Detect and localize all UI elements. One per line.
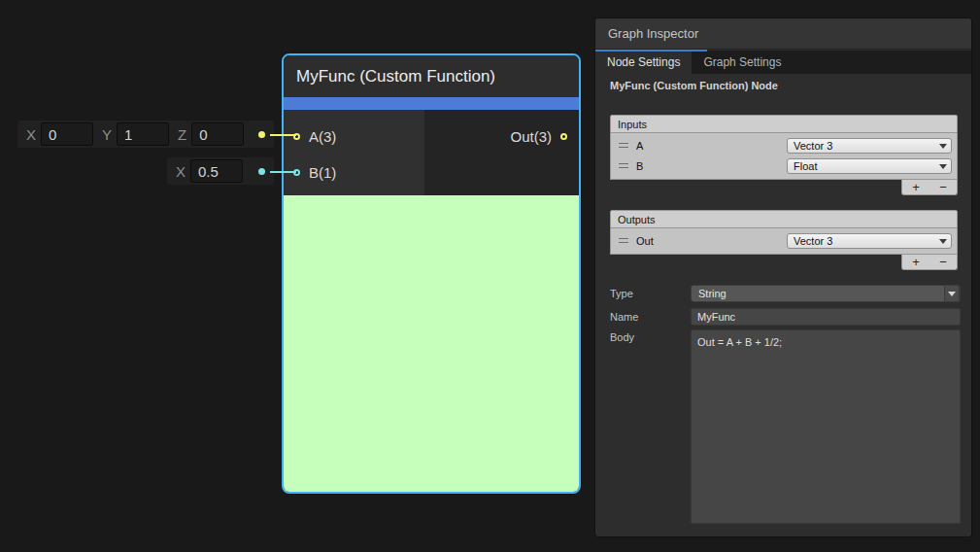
name-row: Name MyFunc [610, 308, 961, 326]
outputs-list-footer: + − [901, 255, 958, 270]
tab-node-settings[interactable]: Node Settings [595, 51, 692, 74]
output-port-out[interactable]: Out(3) [424, 119, 579, 155]
list-item[interactable]: A Vector 3 [613, 135, 955, 155]
outputs-list-header: Outputs [610, 210, 958, 228]
node-preview-area [284, 195, 579, 492]
vector3-port-input-widget: X 0 Y 1 Z 0 [17, 121, 274, 148]
inputs-list-header: Inputs [610, 115, 958, 133]
port-out-circle-icon[interactable] [560, 133, 567, 140]
graph-inspector-title: Graph Inspector [608, 26, 698, 41]
inputs-list-footer: + − [901, 180, 958, 195]
input-b-type-dropdown[interactable]: Float [787, 158, 952, 174]
add-output-button[interactable]: + [902, 255, 929, 269]
input-a-type-dropdown[interactable]: Vector 3 [787, 138, 952, 154]
port-b-label: B(1) [309, 164, 336, 181]
graph-inspector-titlebar[interactable]: Graph Inspector [595, 18, 971, 50]
node-title: MyFunc (Custom Function) [296, 67, 495, 86]
drag-handle-icon[interactable] [619, 143, 628, 148]
port-out-label: Out(3) [510, 128, 552, 145]
input-name: B [636, 160, 643, 172]
outputs-list: Outputs Out Vector 3 + − [610, 210, 958, 270]
vector3-x-field[interactable]: 0 [41, 122, 93, 146]
type-dropdown[interactable]: String [691, 285, 961, 302]
type-value: String [698, 288, 727, 299]
axis-label-x: X [176, 163, 186, 180]
dropdown-button[interactable] [944, 285, 960, 302]
drag-handle-icon[interactable] [619, 163, 628, 168]
input-port-a[interactable]: A(3) [284, 119, 424, 155]
list-item[interactable]: B Float [613, 155, 955, 176]
axis-label-y: Y [102, 126, 112, 143]
inputs-list: Inputs A Vector 3 B Float [610, 115, 958, 195]
float-port-input-widget: X 0.5 [167, 157, 274, 185]
inspector-tab-bar: Node Settings Graph Settings [595, 51, 971, 74]
remove-output-button[interactable]: − [929, 255, 957, 269]
port-a-label: A(3) [309, 128, 336, 145]
float-connector-dot-icon [258, 168, 265, 175]
chevron-down-icon [939, 164, 947, 169]
node-title-bar[interactable]: MyFunc (Custom Function) [284, 55, 579, 97]
inputs-list-body: A Vector 3 B Float [610, 133, 958, 180]
tab-graph-settings[interactable]: Graph Settings [692, 51, 793, 74]
drag-handle-icon[interactable] [619, 238, 628, 243]
graph-inspector-panel: Graph Inspector Node Settings Graph Sett… [594, 17, 972, 537]
float-x-field[interactable]: 0.5 [190, 159, 243, 183]
body-textarea[interactable]: Out = A + B + 1/2; [691, 329, 961, 524]
axis-label-x: X [26, 126, 36, 143]
vector3-y-field[interactable]: 1 [117, 122, 169, 146]
node-input-ports: A(3) B(1) [284, 110, 424, 195]
output-out-type-dropdown[interactable]: Vector 3 [787, 233, 952, 249]
type-label: Type [610, 288, 691, 299]
output-name: Out [636, 235, 654, 247]
remove-input-button[interactable]: − [929, 180, 957, 194]
input-a-type-value: Vector 3 [794, 140, 832, 152]
shader-graph-canvas[interactable]: X 0 Y 1 Z 0 X 0.5 MyFunc (Custom Functio… [0, 0, 980, 552]
input-b-type-value: Float [794, 160, 817, 172]
chevron-down-icon [948, 292, 956, 296]
node-accent-bar [284, 97, 579, 110]
wire-vector3-to-a[interactable] [270, 134, 296, 136]
name-field[interactable]: MyFunc [691, 308, 961, 326]
wire-float-to-b[interactable] [270, 171, 296, 173]
node-ports-section: A(3) B(1) Out(3) [284, 110, 579, 195]
custom-function-node[interactable]: MyFunc (Custom Function) A(3) B(1) Out(3… [282, 53, 581, 494]
input-name: A [636, 140, 643, 152]
chevron-down-icon [939, 239, 947, 244]
vector3-connector-dot-icon [258, 131, 265, 138]
outputs-list-body: Out Vector 3 [610, 228, 958, 255]
active-tab-indicator [595, 50, 707, 52]
add-input-button[interactable]: + [902, 180, 929, 194]
type-row: Type String [610, 285, 961, 302]
vector3-z-field[interactable]: 0 [191, 122, 244, 146]
body-label: Body [610, 331, 634, 343]
output-out-type-value: Vector 3 [794, 235, 832, 247]
axis-label-z: Z [178, 126, 186, 143]
name-label: Name [610, 311, 691, 323]
input-port-b[interactable]: B(1) [284, 155, 424, 190]
list-item[interactable]: Out Vector 3 [613, 230, 955, 251]
chevron-down-icon [939, 144, 947, 149]
node-settings-heading: MyFunc (Custom Function) Node [610, 80, 778, 91]
node-output-ports: Out(3) [424, 110, 579, 195]
